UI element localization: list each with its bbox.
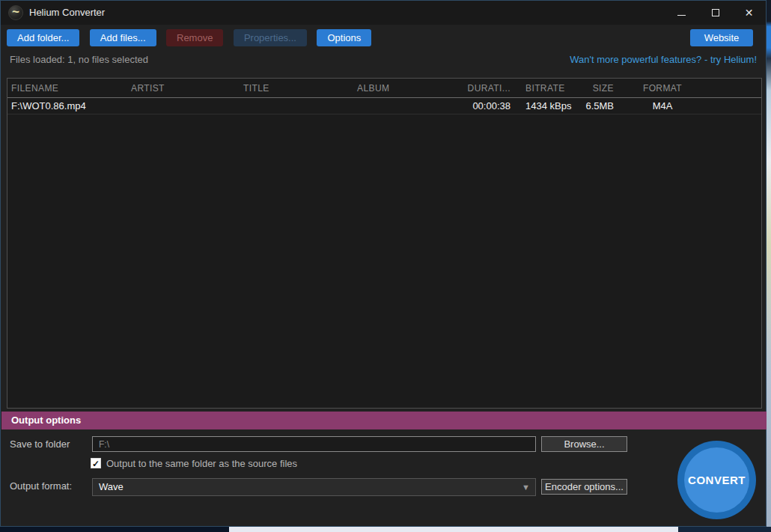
- cell-album: [353, 98, 467, 114]
- window-controls: ✕: [665, 1, 766, 25]
- minimize-button[interactable]: [665, 1, 698, 25]
- encoder-options-button[interactable]: Encoder options...: [541, 479, 627, 495]
- files-loaded-status: Files loaded: 1, no files selected: [10, 54, 148, 65]
- desktop-sliver-bottom-right: [678, 527, 771, 532]
- properties-button[interactable]: Properties...: [234, 29, 307, 46]
- convert-label: CONVERT: [688, 474, 746, 486]
- col-header-size[interactable]: SIZE: [584, 79, 629, 98]
- desktop-sliver-right: [767, 0, 771, 532]
- file-table: FILENAME ARTIST TITLE ALBUM DURATI... BI…: [7, 78, 762, 409]
- table-row[interactable]: F:\WOT0.86.mp4 00:00:38 1434 kBps 6.5MB …: [7, 98, 761, 114]
- convert-button-inner: CONVERT: [684, 447, 749, 513]
- website-button[interactable]: Website: [690, 29, 753, 46]
- col-header-title[interactable]: TITLE: [240, 79, 353, 98]
- col-header-album[interactable]: ALBUM: [353, 79, 467, 98]
- app-logo-icon: ~: [8, 5, 23, 20]
- output-format-dropdown[interactable]: Wave ▼: [92, 478, 536, 496]
- promo-link[interactable]: Wan't more powerful features? - try Heli…: [570, 54, 757, 65]
- add-files-button[interactable]: Add files...: [90, 29, 156, 46]
- col-header-duration[interactable]: DURATI...: [467, 79, 516, 98]
- app-window: ~ Helium Converter ✕ Add folder... Add f…: [0, 0, 767, 527]
- toolbar: Add folder... Add files... Remove Proper…: [7, 29, 760, 47]
- close-button[interactable]: ✕: [732, 1, 766, 25]
- check-icon: ✓: [92, 459, 100, 469]
- save-to-folder-label: Save to folder: [10, 438, 70, 450]
- desktop-sliver-bottom-middle: [229, 527, 678, 532]
- status-row: Files loaded: 1, no files selected Wan't…: [10, 54, 757, 67]
- window-title: Helium Converter: [29, 7, 105, 18]
- output-format-label: Output format:: [10, 480, 72, 492]
- title-bar: ~ Helium Converter ✕: [1, 1, 766, 25]
- cell-format: M4A: [629, 98, 696, 114]
- options-button[interactable]: Options: [317, 29, 371, 46]
- browse-button[interactable]: Browse...: [541, 436, 627, 452]
- cell-title: [240, 98, 353, 114]
- output-format-value: Wave: [99, 481, 124, 492]
- col-header-filename[interactable]: FILENAME: [7, 79, 127, 98]
- minimize-icon: [677, 15, 686, 16]
- cell-size: 6.5MB: [584, 98, 629, 114]
- remove-button[interactable]: Remove: [166, 29, 223, 46]
- col-header-artist[interactable]: ARTIST: [127, 79, 240, 98]
- same-folder-label: Output to the same folder as the source …: [106, 458, 297, 469]
- same-folder-option: ✓ Output to the same folder as the sourc…: [91, 457, 297, 469]
- cell-filename: F:\WOT0.86.mp4: [7, 98, 127, 114]
- convert-button[interactable]: CONVERT: [677, 441, 756, 519]
- output-options-header: Output options: [1, 412, 767, 429]
- desktop-sliver-bottom-left: [0, 527, 229, 532]
- save-folder-input[interactable]: [92, 436, 536, 452]
- chevron-down-icon: ▼: [522, 479, 530, 495]
- maximize-icon: [712, 9, 719, 16]
- cell-artist: [127, 98, 240, 114]
- add-folder-button[interactable]: Add folder...: [7, 29, 79, 46]
- maximize-button[interactable]: [698, 1, 732, 25]
- close-icon: ✕: [745, 7, 754, 18]
- same-folder-checkbox[interactable]: ✓: [91, 458, 101, 468]
- table-header: FILENAME ARTIST TITLE ALBUM DURATI... BI…: [7, 79, 761, 98]
- cell-bitrate: 1434 kBps: [516, 98, 584, 114]
- col-header-format[interactable]: FORMAT: [629, 79, 696, 98]
- col-header-bitrate[interactable]: BITRATE: [516, 79, 584, 98]
- cell-duration: 00:00:38: [467, 98, 516, 114]
